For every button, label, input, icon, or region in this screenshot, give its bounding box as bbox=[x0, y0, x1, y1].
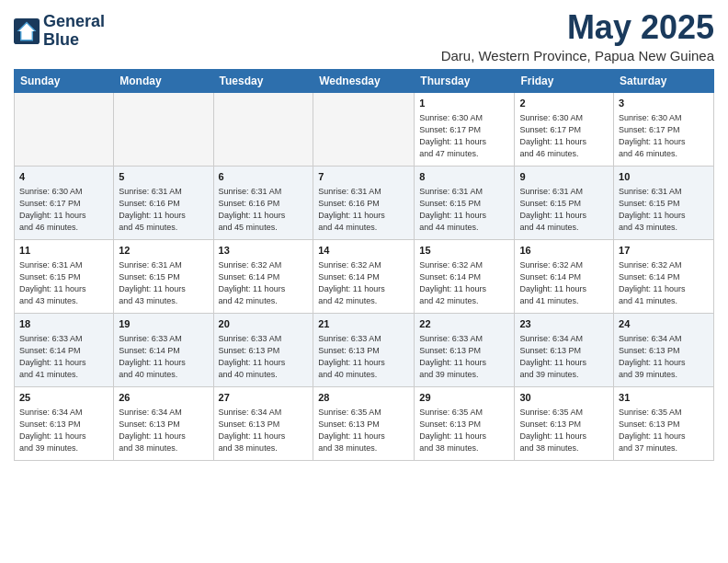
calendar-cell: 28Sunrise: 6:35 AM Sunset: 6:13 PM Dayli… bbox=[313, 386, 415, 460]
day-number: 1 bbox=[419, 97, 509, 110]
calendar-cell bbox=[313, 92, 415, 166]
day-info: Sunrise: 6:31 AM Sunset: 6:16 PM Dayligh… bbox=[318, 186, 409, 234]
calendar-cell: 25Sunrise: 6:34 AM Sunset: 6:13 PM Dayli… bbox=[15, 386, 114, 460]
calendar-cell: 5Sunrise: 6:31 AM Sunset: 6:16 PM Daylig… bbox=[114, 166, 213, 239]
weekday-header: Saturday bbox=[614, 69, 714, 92]
day-number: 4 bbox=[19, 170, 108, 184]
calendar-cell: 20Sunrise: 6:33 AM Sunset: 6:13 PM Dayli… bbox=[213, 313, 313, 386]
calendar-table: SundayMondayTuesdayWednesdayThursdayFrid… bbox=[14, 69, 714, 461]
calendar-cell: 13Sunrise: 6:32 AM Sunset: 6:14 PM Dayli… bbox=[213, 239, 313, 313]
weekday-header: Tuesday bbox=[213, 69, 313, 92]
day-info: Sunrise: 6:33 AM Sunset: 6:13 PM Dayligh… bbox=[419, 333, 509, 381]
weekday-header: Wednesday bbox=[313, 69, 415, 92]
weekday-header: Friday bbox=[515, 69, 614, 92]
day-info: Sunrise: 6:32 AM Sunset: 6:14 PM Dayligh… bbox=[619, 259, 709, 307]
calendar-cell: 10Sunrise: 6:31 AM Sunset: 6:15 PM Dayli… bbox=[614, 166, 714, 239]
day-info: Sunrise: 6:34 AM Sunset: 6:13 PM Dayligh… bbox=[519, 333, 609, 381]
day-number: 9 bbox=[519, 170, 609, 184]
day-info: Sunrise: 6:32 AM Sunset: 6:14 PM Dayligh… bbox=[519, 259, 609, 307]
day-number: 6 bbox=[219, 170, 309, 184]
logo: General Blue bbox=[14, 13, 105, 50]
day-info: Sunrise: 6:33 AM Sunset: 6:13 PM Dayligh… bbox=[219, 333, 309, 381]
calendar-cell: 30Sunrise: 6:35 AM Sunset: 6:13 PM Dayli… bbox=[515, 386, 614, 460]
day-info: Sunrise: 6:30 AM Sunset: 6:17 PM Dayligh… bbox=[519, 112, 609, 160]
day-info: Sunrise: 6:30 AM Sunset: 6:17 PM Dayligh… bbox=[19, 186, 108, 234]
day-info: Sunrise: 6:33 AM Sunset: 6:13 PM Dayligh… bbox=[318, 333, 409, 381]
logo-text: General Blue bbox=[43, 13, 105, 50]
calendar-cell: 22Sunrise: 6:33 AM Sunset: 6:13 PM Dayli… bbox=[415, 313, 515, 386]
calendar-cell: 17Sunrise: 6:32 AM Sunset: 6:14 PM Dayli… bbox=[614, 239, 714, 313]
weekday-header: Monday bbox=[114, 69, 213, 92]
title-block: May 2025 Daru, Western Province, Papua N… bbox=[441, 9, 714, 63]
day-info: Sunrise: 6:34 AM Sunset: 6:13 PM Dayligh… bbox=[19, 407, 108, 454]
day-info: Sunrise: 6:31 AM Sunset: 6:15 PM Dayligh… bbox=[19, 259, 108, 307]
day-number: 12 bbox=[119, 244, 208, 258]
calendar-cell: 3Sunrise: 6:30 AM Sunset: 6:17 PM Daylig… bbox=[614, 92, 714, 166]
calendar-cell: 9Sunrise: 6:31 AM Sunset: 6:15 PM Daylig… bbox=[515, 166, 614, 239]
calendar-cell: 6Sunrise: 6:31 AM Sunset: 6:16 PM Daylig… bbox=[213, 166, 313, 239]
calendar-cell: 12Sunrise: 6:31 AM Sunset: 6:15 PM Dayli… bbox=[114, 239, 213, 313]
day-number: 7 bbox=[318, 170, 409, 184]
day-info: Sunrise: 6:34 AM Sunset: 6:13 PM Dayligh… bbox=[119, 407, 208, 454]
calendar-cell bbox=[114, 92, 213, 166]
day-info: Sunrise: 6:34 AM Sunset: 6:13 PM Dayligh… bbox=[219, 407, 309, 454]
day-info: Sunrise: 6:31 AM Sunset: 6:15 PM Dayligh… bbox=[519, 186, 609, 234]
calendar-cell: 26Sunrise: 6:34 AM Sunset: 6:13 PM Dayli… bbox=[114, 386, 213, 460]
month-title: May 2025 bbox=[441, 9, 714, 46]
day-number: 3 bbox=[619, 97, 709, 110]
calendar-cell: 7Sunrise: 6:31 AM Sunset: 6:16 PM Daylig… bbox=[313, 166, 415, 239]
day-number: 14 bbox=[318, 244, 409, 258]
calendar-week-row: 18Sunrise: 6:33 AM Sunset: 6:14 PM Dayli… bbox=[15, 313, 714, 386]
day-info: Sunrise: 6:33 AM Sunset: 6:14 PM Dayligh… bbox=[19, 333, 108, 381]
day-number: 29 bbox=[419, 391, 509, 405]
page: General Blue May 2025 Daru, Western Prov… bbox=[0, 0, 728, 563]
day-number: 17 bbox=[619, 244, 709, 258]
day-number: 8 bbox=[419, 170, 509, 184]
day-info: Sunrise: 6:30 AM Sunset: 6:17 PM Dayligh… bbox=[619, 112, 709, 160]
calendar-cell: 27Sunrise: 6:34 AM Sunset: 6:13 PM Dayli… bbox=[213, 386, 313, 460]
day-number: 5 bbox=[119, 170, 208, 184]
calendar-cell: 31Sunrise: 6:35 AM Sunset: 6:13 PM Dayli… bbox=[614, 386, 714, 460]
day-number: 10 bbox=[619, 170, 709, 184]
calendar-cell: 18Sunrise: 6:33 AM Sunset: 6:14 PM Dayli… bbox=[15, 313, 114, 386]
day-info: Sunrise: 6:34 AM Sunset: 6:13 PM Dayligh… bbox=[619, 333, 709, 381]
day-number: 26 bbox=[119, 391, 208, 405]
weekday-header: Thursday bbox=[415, 69, 515, 92]
calendar-week-row: 11Sunrise: 6:31 AM Sunset: 6:15 PM Dayli… bbox=[15, 239, 714, 313]
location-title: Daru, Western Province, Papua New Guinea bbox=[441, 48, 714, 63]
day-number: 27 bbox=[219, 391, 309, 405]
day-number: 19 bbox=[119, 317, 208, 331]
header: General Blue May 2025 Daru, Western Prov… bbox=[14, 9, 714, 63]
day-number: 20 bbox=[219, 317, 309, 331]
day-info: Sunrise: 6:30 AM Sunset: 6:17 PM Dayligh… bbox=[419, 112, 509, 160]
day-info: Sunrise: 6:32 AM Sunset: 6:14 PM Dayligh… bbox=[318, 259, 409, 307]
calendar-cell: 14Sunrise: 6:32 AM Sunset: 6:14 PM Dayli… bbox=[313, 239, 415, 313]
calendar-cell bbox=[15, 92, 114, 166]
calendar-cell bbox=[213, 92, 313, 166]
calendar-cell: 4Sunrise: 6:30 AM Sunset: 6:17 PM Daylig… bbox=[15, 166, 114, 239]
day-number: 11 bbox=[19, 244, 108, 258]
day-number: 25 bbox=[19, 391, 108, 405]
day-info: Sunrise: 6:32 AM Sunset: 6:14 PM Dayligh… bbox=[219, 259, 309, 307]
day-info: Sunrise: 6:35 AM Sunset: 6:13 PM Dayligh… bbox=[318, 407, 409, 454]
calendar-cell: 2Sunrise: 6:30 AM Sunset: 6:17 PM Daylig… bbox=[515, 92, 614, 166]
logo-line1: General bbox=[43, 13, 105, 31]
day-number: 16 bbox=[519, 244, 609, 258]
logo-icon bbox=[14, 18, 40, 44]
calendar-cell: 11Sunrise: 6:31 AM Sunset: 6:15 PM Dayli… bbox=[15, 239, 114, 313]
calendar-cell: 15Sunrise: 6:32 AM Sunset: 6:14 PM Dayli… bbox=[415, 239, 515, 313]
calendar-cell: 23Sunrise: 6:34 AM Sunset: 6:13 PM Dayli… bbox=[515, 313, 614, 386]
day-number: 30 bbox=[519, 391, 609, 405]
calendar-cell: 21Sunrise: 6:33 AM Sunset: 6:13 PM Dayli… bbox=[313, 313, 415, 386]
day-info: Sunrise: 6:31 AM Sunset: 6:15 PM Dayligh… bbox=[619, 186, 709, 234]
day-number: 31 bbox=[619, 391, 709, 405]
day-number: 24 bbox=[619, 317, 709, 331]
day-info: Sunrise: 6:35 AM Sunset: 6:13 PM Dayligh… bbox=[619, 407, 709, 454]
day-number: 22 bbox=[419, 317, 509, 331]
day-number: 15 bbox=[419, 244, 509, 258]
calendar-week-row: 1Sunrise: 6:30 AM Sunset: 6:17 PM Daylig… bbox=[15, 92, 714, 166]
day-number: 2 bbox=[519, 97, 609, 110]
calendar-header-row: SundayMondayTuesdayWednesdayThursdayFrid… bbox=[15, 69, 714, 92]
day-info: Sunrise: 6:31 AM Sunset: 6:15 PM Dayligh… bbox=[419, 186, 509, 234]
day-info: Sunrise: 6:35 AM Sunset: 6:13 PM Dayligh… bbox=[419, 407, 509, 454]
